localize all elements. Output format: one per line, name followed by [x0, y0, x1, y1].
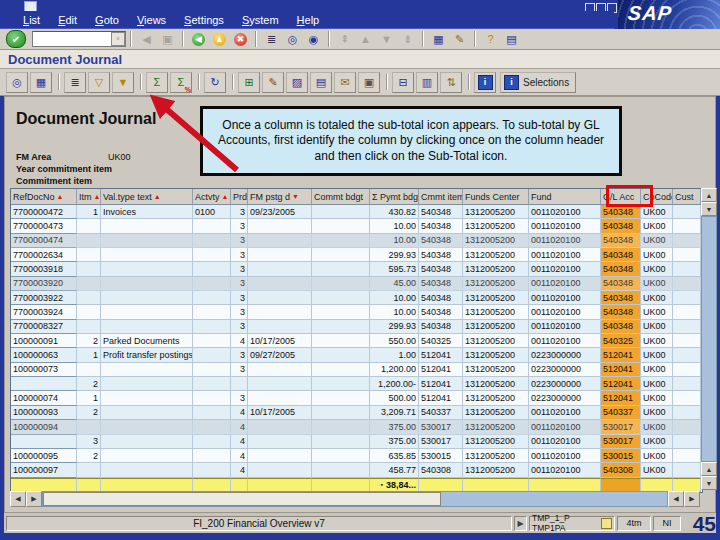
table-row[interactable]: 7700003920345.00540348131200520000110201… [11, 277, 702, 291]
column-header-fm-pstg-d[interactable]: FM pstg d▼ [248, 189, 312, 205]
export-icon[interactable]: ▨ [286, 72, 308, 93]
column-header-val-type-text[interactable]: Val.type text▲ [101, 189, 193, 205]
word-processing-icon[interactable]: ▤ [310, 72, 332, 93]
table-row[interactable]: 1000000974458.77540308131200520000110201… [11, 463, 702, 477]
subtotal-icon[interactable]: Σ% [170, 72, 192, 93]
column-header-fund[interactable]: Fund [529, 189, 601, 205]
table-row[interactable]: 77000083273299.9354034813120052000011020… [11, 320, 702, 334]
column-header-cust[interactable]: Cust [673, 189, 701, 205]
spreadsheet-icon[interactable]: ⊞ [238, 72, 260, 93]
hscroll-right-icon[interactable]: ▶ [684, 491, 700, 507]
table-row[interactable]: 34375.0053001713120052000011020100530017… [11, 435, 702, 449]
column-header-commt-bdgt[interactable]: Commt bdgt [312, 189, 370, 205]
status-system-dropdown-icon[interactable] [601, 518, 612, 529]
total-icon[interactable]: Σ [146, 72, 168, 93]
hscroll-left-icon[interactable]: ◀ [10, 491, 26, 507]
cancel-circle-icon[interactable]: ✖ [230, 30, 251, 49]
table-row[interactable]: 1000000932410/17/20053,209.7154033713120… [11, 406, 702, 420]
column-header-prd[interactable]: Prd [231, 189, 248, 205]
cell [312, 406, 370, 420]
delete-filter-icon[interactable]: ▼ [112, 72, 134, 93]
menu-settings[interactable]: Settings [175, 14, 233, 26]
status-chevron-icon[interactable]: ▶ [514, 516, 527, 531]
column-header-funds-center[interactable]: Funds Center [463, 189, 529, 205]
table-row[interactable]: 77000004721Invoices0100309/23/2005430.82… [11, 205, 702, 219]
table-row[interactable]: 77000026343299.9354034813120052000011020… [11, 248, 702, 262]
help-icon[interactable]: ? [480, 30, 501, 49]
table-row[interactable]: 1000000912Parked Documents410/17/2005550… [11, 334, 702, 348]
cell: UK00 [641, 449, 673, 463]
back-icon[interactable]: ◀ [136, 30, 157, 49]
total-cell [248, 478, 312, 492]
hscroll-left-outer-icon[interactable]: ◀ [668, 491, 684, 507]
table-row[interactable]: 1000000944375.00530017131200520000110201… [11, 420, 702, 434]
menu-edit[interactable]: Edit [49, 14, 86, 26]
shortcut-icon[interactable]: ✎ [449, 30, 470, 49]
previous-page-icon[interactable]: ▲ [355, 30, 376, 49]
table-row[interactable]: 1000000631Profit transfer postings309/27… [11, 348, 702, 362]
find-icon[interactable]: ◎ [282, 30, 303, 49]
cell: UK00 [641, 420, 673, 434]
layout-icon[interactable]: ▤ [501, 30, 522, 49]
column-header-actvty[interactable]: Actvty▲ [193, 189, 231, 205]
column-header--pymt-bdg[interactable]: Σ Pymt bdg [370, 189, 419, 205]
find-next-icon[interactable]: ◉ [303, 30, 324, 49]
exit-circle-icon[interactable]: ▲ [209, 30, 230, 49]
choose-details-icon[interactable]: ◎ [6, 72, 28, 93]
print-list-icon[interactable]: ≣ [64, 72, 86, 93]
column-header-refdocno[interactable]: RefDocNo▲ [11, 189, 77, 205]
column-header-itm[interactable]: Itm▲ [77, 189, 101, 205]
table-row[interactable]: 21,200.00-512041131200520002230000005120… [11, 377, 702, 391]
vscroll-thumb[interactable] [701, 216, 717, 462]
table-row[interactable]: 7700003924310.00540348131200520000110201… [11, 305, 702, 319]
vscroll-down-icon[interactable]: ▼ [701, 476, 717, 490]
enter-icon[interactable]: ✔ [6, 30, 26, 48]
first-page-icon[interactable]: ⇞ [334, 30, 355, 49]
back-circle-icon[interactable]: ◀ [188, 30, 209, 49]
table-row[interactable]: 10000007331,200.005120411312005200022300… [11, 363, 702, 377]
vscroll-up-icon[interactable]: ▲ [701, 188, 717, 202]
mail-icon[interactable]: ✉ [334, 72, 356, 93]
vscroll-down-top-icon[interactable]: ▼ [701, 202, 717, 216]
cell [193, 277, 231, 291]
toolbar-separator [422, 31, 424, 47]
table-row[interactable]: 77000039183595.7354034813120052000011020… [11, 262, 702, 276]
column-header-cmmt-item[interactable]: Cmmt item [419, 189, 463, 205]
header-info-icon[interactable]: i [474, 72, 496, 93]
vscroll-up-bottom-icon[interactable]: ▲ [701, 462, 717, 476]
menu-system[interactable]: System [233, 14, 288, 26]
next-page-icon[interactable]: ▼ [376, 30, 397, 49]
menu-views[interactable]: Views [128, 14, 175, 26]
total-cell [11, 478, 77, 492]
cell: 550.00 [370, 334, 419, 348]
print-icon[interactable]: ≣ [261, 30, 282, 49]
hscroll-right-inner-icon[interactable]: ▶ [26, 491, 42, 507]
table-row[interactable]: 10000007413500.0051204113120052000223000… [11, 391, 702, 405]
local-file-icon[interactable]: ▣ [358, 72, 380, 93]
call-graphic-icon[interactable]: ✎ [262, 72, 284, 93]
table-view-icon[interactable]: ⊟ [392, 72, 414, 93]
cell [673, 277, 701, 291]
new-session-icon[interactable]: ▦ [428, 30, 449, 49]
set-filter-icon[interactable]: ▽ [88, 72, 110, 93]
cell: 09/27/2005 [248, 348, 312, 362]
command-history-icon[interactable]: ▫ [111, 32, 125, 46]
cell [193, 463, 231, 477]
table-row[interactable]: 10000009524635.8553001513120052000011020… [11, 449, 702, 463]
sort-column-icon[interactable]: ⇅ [440, 72, 462, 93]
menu-goto[interactable]: Goto [86, 14, 128, 26]
save-list-icon[interactable]: ▦ [30, 72, 52, 93]
table-row[interactable]: 7700000474310.00540348131200520000110201… [11, 234, 702, 248]
last-page-icon[interactable]: ⇟ [397, 30, 418, 49]
selections-button[interactable]: i Selections [500, 72, 576, 93]
save-icon[interactable]: ▣ [157, 30, 178, 49]
status-system-field[interactable]: TMP_1_P TMP1PA [529, 516, 615, 531]
menu-list[interactable]: List [14, 14, 49, 26]
hscroll-thumb[interactable] [43, 492, 441, 506]
table-row[interactable]: 7700000473310.00540348131200520000110201… [11, 219, 702, 233]
insert-column-icon[interactable]: ▥ [416, 72, 438, 93]
table-row[interactable]: 7700003922310.00540348131200520000110201… [11, 291, 702, 305]
menu-help[interactable]: Help [288, 14, 329, 26]
refresh-icon[interactable]: ↻ [204, 72, 226, 93]
command-input[interactable]: ▫ [32, 31, 126, 47]
